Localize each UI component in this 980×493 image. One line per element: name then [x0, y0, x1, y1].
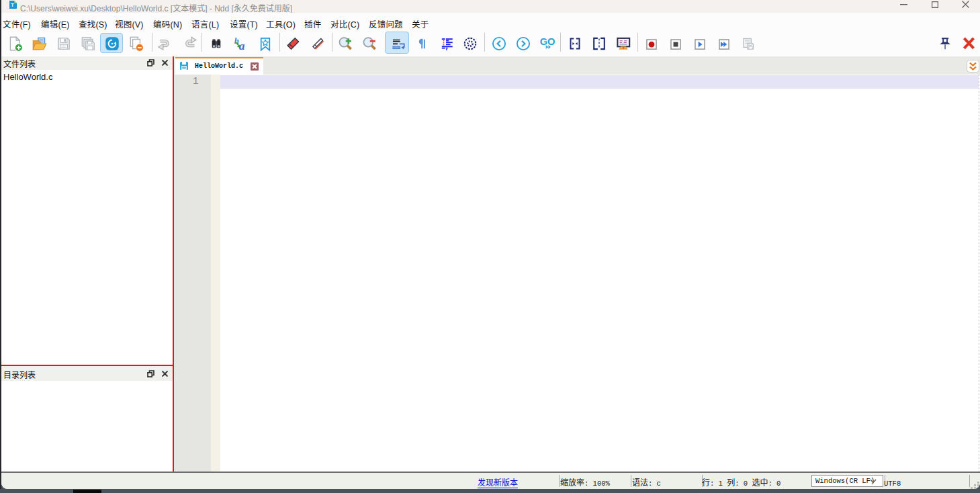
svg-text:T: T — [11, 2, 14, 8]
svg-text:a: a — [239, 40, 245, 52]
svg-text:GO: GO — [540, 36, 555, 47]
